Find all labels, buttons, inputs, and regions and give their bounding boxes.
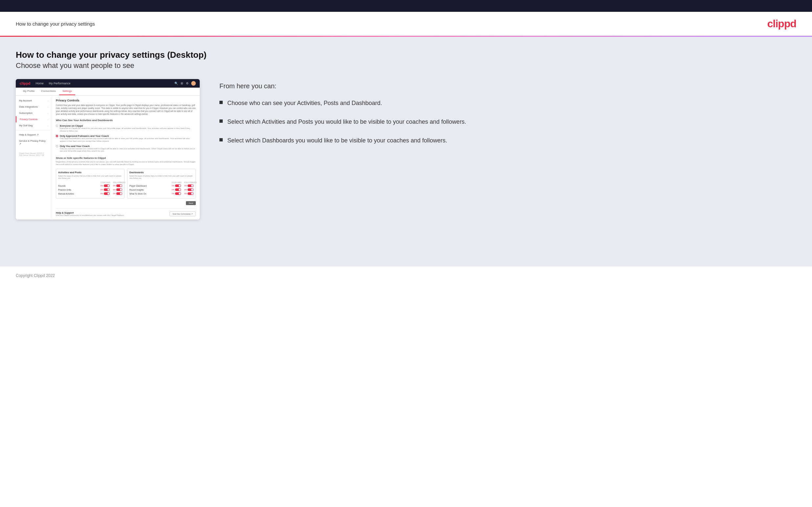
from-here-title: From here you can: <box>219 82 796 90</box>
bullet-square-2 <box>219 119 223 123</box>
dashboards-desc: Select the types of activity that you'd … <box>130 175 194 179</box>
what-to-work-followers-toggle[interactable]: ON <box>184 192 194 195</box>
followers-label: FOLLOWERS <box>113 181 122 183</box>
top-bar <box>0 0 812 12</box>
radio-label-only-you: Only You and Your Coach <box>60 145 196 148</box>
mock-show-hide-title: Show or hide specific features in Clippd <box>56 157 196 160</box>
help-title: Help & Support <box>56 211 124 214</box>
settings-icon: ⚙ <box>186 82 189 85</box>
radio-button-followers[interactable] <box>56 135 58 137</box>
bullet-text-3: Select which Dashboards you would like t… <box>227 136 447 145</box>
sidebar-label-privacy-policy: Service & Privacy Policy ↗ <box>19 139 48 146</box>
save-button[interactable]: Save <box>186 201 196 205</box>
rounds-coaches-toggle[interactable]: ON <box>101 184 110 187</box>
bullet-text-1: Choose who can see your Activities, Post… <box>227 99 382 107</box>
tab-my-profile[interactable]: My Profile <box>20 88 38 95</box>
sidebar-label-privacy: Privacy Controls <box>20 118 38 121</box>
radio-button-only-you[interactable] <box>56 145 58 147</box>
tab-connections[interactable]: Connections <box>38 88 59 95</box>
logo: clippd <box>767 18 796 30</box>
coaches-label-d: COACHES <box>172 181 181 183</box>
manual-coaches-toggle[interactable]: ON <box>101 192 110 195</box>
toggle-header-activities: COACHES FOLLOWERS <box>58 181 122 183</box>
what-to-work-coaches-toggle[interactable]: ON <box>172 192 181 195</box>
toggle-row-what-to-work: What To Work On ON ON <box>130 192 194 195</box>
radio-everyone[interactable]: Everyone on Clippd Everyone on Clippd ca… <box>56 124 196 132</box>
toggle-row-player-dashboard: Player Dashboard ON ON <box>130 184 194 187</box>
sidebar-item-privacy-policy[interactable]: Service & Privacy Policy ↗ <box>16 138 52 147</box>
rounds-followers-toggle[interactable]: ON <box>113 184 122 187</box>
player-dashboard-coaches-toggle[interactable]: ON <box>172 184 181 187</box>
search-icon: 🔍 <box>174 82 178 85</box>
chevron-right-icon: › <box>48 118 48 120</box>
bullet-item-2: Select which Activities and Posts you wo… <box>219 118 796 126</box>
sidebar-item-privacy[interactable]: Privacy Controls › <box>16 116 52 122</box>
avatar <box>191 81 196 86</box>
mock-navbar: clippd Home My Performance 🔍 ⊞ ⚙ <box>16 79 200 88</box>
bullet-square-1 <box>219 101 223 104</box>
mock-sidebar: My Account › Data Integrations › Subscri… <box>16 96 52 220</box>
dashboards-title: Dashboards <box>130 171 194 174</box>
right-panel: From here you can: Choose who can see yo… <box>213 79 796 145</box>
mock-logo: clippd <box>20 81 30 85</box>
sidebar-version: Clippd Client Version: 2022.8.2SQL Serve… <box>16 150 52 158</box>
sidebar-label-data: Data Integrations <box>19 105 38 108</box>
mock-radio-group: Everyone on Clippd Everyone on Clippd ca… <box>56 124 196 153</box>
toggle-row-rounds: Rounds ON ON <box>58 184 122 187</box>
chevron-right-icon: › <box>48 100 48 102</box>
mock-who-can-title: Who Can See Your Activities and Dashboar… <box>56 119 196 122</box>
coaches-label: COACHES <box>101 181 110 183</box>
activities-desc: Select the types of activity that you'd … <box>58 175 122 179</box>
visit-community-button[interactable]: Visit Our Community ↗ <box>169 211 196 216</box>
sidebar-divider <box>16 130 52 130</box>
bullet-square-3 <box>219 138 223 142</box>
radio-followers[interactable]: Only Approved Followers and Your Coach O… <box>56 134 196 143</box>
round-insights-followers-toggle[interactable]: ON <box>184 188 194 191</box>
round-insights-coaches-toggle[interactable]: ON <box>172 188 181 191</box>
mock-save-row: Save <box>56 201 196 205</box>
mock-help-row: Help & Support Visit our Clippd communit… <box>56 208 196 216</box>
page-subheading: Choose what you want people to see <box>16 61 796 70</box>
content-row: clippd Home My Performance 🔍 ⊞ ⚙ My Prof… <box>16 79 796 220</box>
screenshot-mockup: clippd Home My Performance 🔍 ⊞ ⚙ My Prof… <box>16 79 200 220</box>
toggle-header-dashboards: COACHES FOLLOWERS <box>130 181 194 183</box>
activities-title: Activities and Posts <box>58 171 122 174</box>
sidebar-item-golf-bag[interactable]: My Golf Bag › <box>16 122 52 129</box>
chevron-right-icon: › <box>48 106 48 108</box>
radio-desc-only-you: Only you and the coaches you connect wit… <box>60 148 196 153</box>
mock-show-desc: Regardless of the privacy controls that … <box>56 161 196 166</box>
sidebar-item-data[interactable]: Data Integrations › <box>16 104 52 110</box>
main-content: How to change your privacy settings (Des… <box>0 37 812 267</box>
toggle-row-manual: Manual Activities ON ON <box>58 192 122 195</box>
radio-button-everyone[interactable] <box>56 125 58 127</box>
sidebar-item-help[interactable]: Help & Support ↗ <box>16 131 52 138</box>
bullet-text-2: Select which Activities and Posts you wo… <box>227 118 466 126</box>
mock-tabs: My Profile Connections Settings <box>16 88 200 96</box>
footer: Copyright Clippd 2022 <box>0 267 812 284</box>
sidebar-item-subscription[interactable]: Subscription › <box>16 110 52 116</box>
manual-followers-toggle[interactable]: ON <box>113 192 122 195</box>
radio-desc-everyone: Everyone on Clippd can search for you an… <box>60 127 196 132</box>
header-title: How to change your privacy settings <box>16 21 95 26</box>
activities-box: Activities and Posts Select the types of… <box>56 169 124 199</box>
mock-main-area: Privacy Controls Control how you and you… <box>52 96 200 220</box>
practice-followers-toggle[interactable]: ON <box>113 188 122 191</box>
chevron-right-icon: › <box>48 112 48 114</box>
sidebar-label-help: Help & Support ↗ <box>19 133 39 136</box>
practice-coaches-toggle[interactable]: ON <box>101 188 110 191</box>
dashboards-box: Dashboards Select the types of activity … <box>127 169 196 199</box>
radio-only-you[interactable]: Only You and Your Coach Only you and the… <box>56 145 196 153</box>
toggle-row-round-insights: Round Insights ON ON <box>130 188 194 191</box>
sidebar-item-account[interactable]: My Account › <box>16 98 52 104</box>
radio-desc-followers: Only approved followers and coaches you … <box>60 137 196 143</box>
mock-section-title: Privacy Controls <box>56 99 196 102</box>
chevron-right-icon: › <box>48 125 48 127</box>
bullet-item-3: Select which Dashboards you would like t… <box>219 136 796 145</box>
header: How to change your privacy settings clip… <box>0 12 812 36</box>
player-dashboard-followers-toggle[interactable]: ON <box>184 184 194 187</box>
grid-icon: ⊞ <box>181 82 183 85</box>
radio-label-followers: Only Approved Followers and Your Coach <box>60 134 196 137</box>
page-heading: How to change your privacy settings (Des… <box>16 50 796 60</box>
tab-settings[interactable]: Settings <box>59 88 75 95</box>
mock-features-row: Activities and Posts Select the types of… <box>56 169 196 199</box>
